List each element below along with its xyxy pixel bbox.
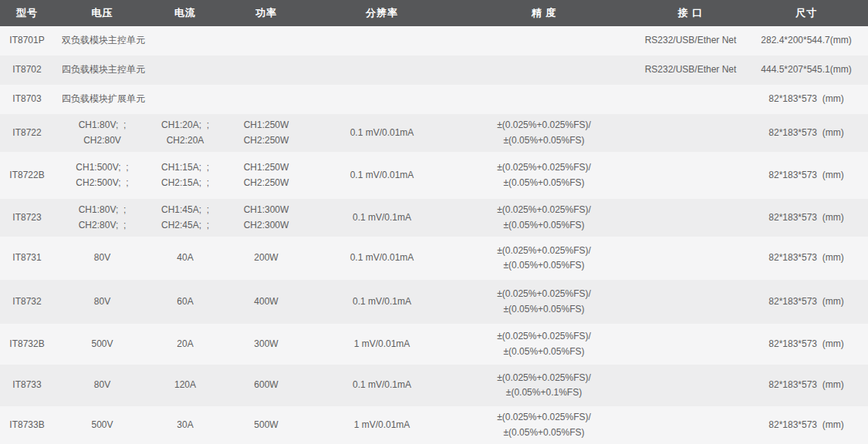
cell-model: IT8723 [0,199,54,237]
cell-power: 300W [220,324,312,365]
table-row-it8703: IT8703四负载模块扩展单元82*183*573 (mm) [0,85,868,114]
cell-interface: RS232/USB/Ether Net [637,26,745,56]
cell-voltage: 双负载模块主控单元 [54,26,150,56]
cell-resolution: 0.1 mV/0.01mA [312,237,451,280]
cell-size: 82*183*573 (mm) [745,280,868,324]
cell-size: 282.4*200*544.7(mm) [745,26,868,56]
cell-model: IT8703 [0,85,54,114]
table-row-it8722b: IT8722BCH1:500V; ; CH2:500V; ;CH1:15A; ;… [0,152,868,199]
cell-model: IT8733 [0,365,54,406]
header-cell-accuracy: 精 度 [451,0,637,26]
cell-power: CH1:300W CH2:300W [220,199,312,237]
cell-interface [637,324,745,365]
cell-voltage: 500V [54,406,150,444]
cell-accuracy: ±(0.025%+0.025%FS)/ ±(0.05%+0.05%FS) [451,114,637,152]
cell-power [220,56,312,85]
cell-current [150,85,220,114]
cell-accuracy [451,56,637,85]
cell-model: IT8722B [0,152,54,199]
header-cell-size: 尺寸 [745,0,868,26]
cell-voltage: CH1:80V; ; CH2:80V; ; [54,199,150,237]
cell-size: 82*183*573 (mm) [745,324,868,365]
header-cell-interface: 接 口 [637,0,745,26]
cell-accuracy [451,85,637,114]
cell-accuracy: ±(0.025%+0.025%FS)/ ±(0.05%+0.05%FS) [451,406,637,444]
cell-size: 82*183*573 (mm) [745,406,868,444]
cell-model: IT8732B [0,324,54,365]
cell-interface [637,237,745,280]
cell-accuracy: ±(0.025%+0.025%FS)/ ±(0.05%+0.05%FS) [451,280,637,324]
cell-resolution: 1 mV/0.01mA [312,324,451,365]
cell-voltage: 80V [54,237,150,280]
cell-model: IT8701P [0,26,54,56]
cell-power: CH1:250W CH2:250W [220,114,312,152]
cell-power: 400W [220,280,312,324]
header-cell-current: 电流 [150,0,220,26]
cell-size: 82*183*573 (mm) [745,365,868,406]
cell-voltage: 500V [54,324,150,365]
cell-size: 82*183*573 (mm) [745,85,868,114]
cell-interface [637,152,745,199]
cell-current: 30A [150,406,220,444]
cell-interface [637,365,745,406]
cell-size: 82*183*573 (mm) [745,199,868,237]
header-cell-model: 型号 [0,0,54,26]
header-cell-voltage: 电压 [54,0,150,26]
cell-resolution: 0.1 mV/0.1mA [312,365,451,406]
cell-size: 82*183*573 (mm) [745,152,868,199]
cell-current [150,26,220,56]
cell-voltage: 四负载模块扩展单元 [54,85,150,114]
cell-resolution [312,56,451,85]
table-row-it8732: IT873280V60A400W0.1 mV/0.1mA±(0.025%+0.0… [0,280,868,324]
cell-voltage: 80V [54,365,150,406]
table-body: IT8701P双负载模块主控单元RS232/USB/Ether Net282.4… [0,26,868,444]
cell-power [220,85,312,114]
cell-interface: RS232/USB/Ether Net [637,56,745,85]
cell-interface [637,280,745,324]
table-row-it8702: IT8702四负载模块主控单元RS232/USB/Ether Net444.5*… [0,56,868,85]
cell-current: CH1:15A; ; CH2:15A; ; [150,152,220,199]
cell-size: 444.5*207*545.1(mm) [745,56,868,85]
cell-accuracy: ±(0.025%+0.025%FS)/ ±(0.05%+0.05%FS) [451,237,637,280]
cell-resolution [312,85,451,114]
cell-resolution: 0.1 mV/0.01mA [312,152,451,199]
cell-current: 20A [150,324,220,365]
table-header-row: 型号 电压 电流 功率 分辨率 精 度 接 口 尺寸 [0,0,868,26]
cell-accuracy: ±(0.025%+0.025%FS)/ ±(0.05%+0.05%FS) [451,152,637,199]
cell-resolution: 0.1 mV/0.1mA [312,199,451,237]
cell-model: IT8732 [0,280,54,324]
cell-current: 40A [150,237,220,280]
table-row-it8732b: IT8732B500V20A300W1 mV/0.01mA±(0.025%+0.… [0,324,868,365]
table-row-it8723: IT8723CH1:80V; ; CH2:80V; ;CH1:45A; ; CH… [0,199,868,237]
cell-accuracy: ±(0.025%+0.025%FS)/ ±(0.05%+0.1%FS) [451,365,637,406]
cell-interface [637,406,745,444]
cell-size: 82*183*573 (mm) [745,237,868,280]
table-row-it8722: IT8722CH1:80V; ; CH2:80VCH1:20A; ; CH2:2… [0,114,868,152]
table-row-it8701p: IT8701P双负载模块主控单元RS232/USB/Ether Net282.4… [0,26,868,56]
cell-model: IT8733B [0,406,54,444]
cell-model: IT8731 [0,237,54,280]
cell-accuracy: ±(0.025%+0.025%FS)/ ±(0.05%+0.05%FS) [451,199,637,237]
cell-current: CH1:20A; ; CH2:20A [150,114,220,152]
table-row-it8733: IT873380V120A600W0.1 mV/0.1mA±(0.025%+0.… [0,365,868,406]
cell-current: 120A [150,365,220,406]
cell-interface [637,85,745,114]
table-row-it8733b: IT8733B500V30A500W1 mV/0.01mA±(0.025%+0.… [0,406,868,444]
cell-accuracy [451,26,637,56]
cell-voltage: CH1:500V; ; CH2:500V; ; [54,152,150,199]
cell-resolution: 1 mV/0.01mA [312,406,451,444]
table-header: 型号 电压 电流 功率 分辨率 精 度 接 口 尺寸 [0,0,868,26]
table-row-it8731: IT873180V40A200W0.1 mV/0.01mA±(0.025%+0.… [0,237,868,280]
cell-model: IT8722 [0,114,54,152]
cell-resolution: 0.1 mV/0.1mA [312,280,451,324]
header-cell-power: 功率 [220,0,312,26]
cell-voltage: 四负载模块主控单元 [54,56,150,85]
cell-size: 82*183*573 (mm) [745,114,868,152]
cell-voltage: CH1:80V; ; CH2:80V [54,114,150,152]
cell-current [150,56,220,85]
cell-accuracy: ±(0.025%+0.025%FS)/ ±(0.05%+0.05%FS) [451,324,637,365]
cell-current: CH1:45A; ; CH2:45A; ; [150,199,220,237]
spec-table: 型号 电压 电流 功率 分辨率 精 度 接 口 尺寸 IT8701P双负载模块主… [0,0,868,444]
header-cell-resolution: 分辨率 [312,0,451,26]
cell-power: 200W [220,237,312,280]
